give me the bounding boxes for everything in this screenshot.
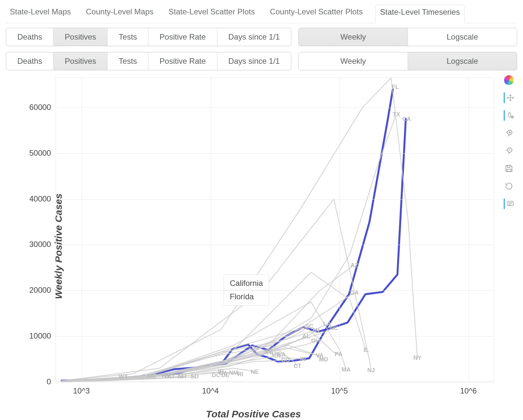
x-positive-rate-button[interactable]: Positive Rate [148, 52, 217, 70]
tab-state-timeseries[interactable]: State-Level Timeseries [375, 5, 465, 23]
state-end-label: CT [294, 363, 301, 370]
x-days-button[interactable]: Days since 1/1 [217, 52, 291, 70]
hover-tooltip: California Florida [224, 274, 269, 306]
x-deaths-button[interactable]: Deaths [6, 52, 54, 70]
bokeh-toolbar [501, 73, 517, 420]
x-tick: 10^3 [73, 386, 90, 395]
x-tick: 10^6 [460, 386, 477, 395]
x-tick: 10^5 [331, 386, 348, 395]
x-scale-group: Weekly Logscale [298, 52, 517, 70]
state-end-label: AL [302, 333, 310, 340]
y-metric-group: Deaths Positives Tests Positive Rate Day… [6, 28, 291, 46]
y-weekly-button[interactable]: Weekly [299, 28, 408, 46]
svg-rect-5 [507, 166, 510, 167]
lines-svg [56, 78, 494, 381]
tab-state-scatter[interactable]: State-Level Scatter Plots [166, 5, 258, 23]
state-end-label: MD [319, 356, 328, 363]
plot-area[interactable]: California Florida FLTXCAAZGALASCNCTNALO… [56, 78, 494, 382]
state-end-label: MA [342, 366, 351, 373]
x-tests-button[interactable]: Tests [108, 52, 148, 70]
tab-state-maps[interactable]: State-Level Maps [7, 5, 74, 23]
state-end-label: WV [161, 372, 171, 379]
y-tests-button[interactable]: Tests [108, 28, 148, 46]
y-scale-group: Weekly Logscale [298, 28, 517, 46]
reset-tool-icon[interactable] [504, 181, 514, 191]
zoom-in-tool-icon[interactable] [504, 128, 514, 138]
nav-tabs: State-Level Maps County-Level Maps State… [6, 5, 517, 23]
y-tick: 60000 [29, 103, 51, 112]
zoom-out-tool-icon[interactable] [504, 146, 514, 156]
state-end-label: CA [402, 115, 411, 122]
y-logscale-button[interactable]: Logscale [408, 28, 517, 46]
tab-county-scatter[interactable]: County-Level Scatter Plots [267, 5, 365, 23]
y-axis-controls: Deaths Positives Tests Positive Rate Day… [6, 28, 517, 46]
x-weekly-button[interactable]: Weekly [299, 52, 408, 70]
state-end-label: NM [229, 370, 238, 376]
y-positives-button[interactable]: Positives [54, 28, 108, 46]
state-end-label: PA [335, 351, 343, 358]
y-tick: 20000 [29, 286, 51, 295]
state-end-label: NH [178, 373, 186, 380]
bokeh-logo-icon[interactable] [504, 75, 514, 85]
y-positive-rate-button[interactable]: Positive Rate [148, 28, 217, 46]
state-end-label: SD [191, 373, 199, 380]
y-tick: 50000 [29, 149, 51, 158]
state-end-label: TX [393, 111, 400, 118]
state-end-label: RI [238, 371, 244, 378]
y-tick: 40000 [29, 194, 51, 203]
state-end-label: ME [147, 373, 156, 379]
svg-rect-0 [508, 113, 511, 117]
state-end-label: OH [311, 338, 320, 344]
x-metric-group: Deaths Positives Tests Positive Rate Day… [6, 52, 291, 70]
y-tick: 0 [47, 377, 51, 386]
hover-tool-icon[interactable] [504, 199, 514, 209]
y-deaths-button[interactable]: Deaths [6, 28, 54, 46]
state-end-label: TN [312, 327, 320, 334]
y-tick: 30000 [29, 240, 51, 249]
save-tool-icon[interactable] [504, 163, 514, 174]
tooltip-item-1: Florida [224, 290, 269, 303]
state-end-label: ID [218, 368, 224, 375]
state-end-label: IL [363, 347, 369, 354]
y-days-button[interactable]: Days since 1/1 [217, 28, 291, 46]
x-positives-button[interactable]: Positives [54, 52, 108, 70]
state-end-label: NJ [367, 367, 375, 374]
state-end-label: AZ [350, 262, 358, 269]
x-tick: 10^4 [202, 386, 219, 395]
pan-tool-icon[interactable] [504, 93, 514, 103]
state-end-label: NE [251, 369, 259, 376]
state-end-label: FL [392, 83, 399, 90]
svg-rect-4 [507, 169, 511, 171]
state-end-label: NY [413, 354, 421, 361]
state-end-label: IN [300, 356, 306, 363]
state-end-label: WY [119, 373, 128, 380]
tooltip-item-0: California [224, 277, 269, 290]
x-axis-controls: Deaths Positives Tests Positive Rate Day… [6, 52, 517, 70]
tab-county-maps[interactable]: County-Level Maps [83, 5, 156, 23]
chart-area[interactable]: Weekly Positive Cases Total Positive Cas… [6, 73, 501, 420]
state-end-label: NC [329, 324, 338, 331]
state-end-label: CO [281, 357, 290, 363]
state-end-label: GA [350, 289, 359, 296]
x-axis-label: Total Positive Cases [6, 409, 501, 420]
y-tick: 10000 [29, 331, 51, 341]
wheel-pan-tool-icon[interactable] [504, 110, 514, 121]
x-logscale-button[interactable]: Logscale [408, 52, 517, 70]
